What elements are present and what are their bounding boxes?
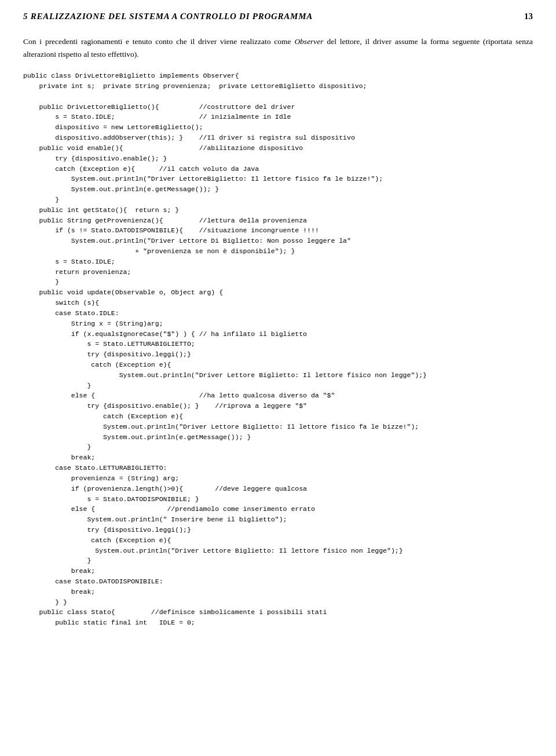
page-number: 13 bbox=[524, 12, 533, 21]
code-block: public class DrivLettoreBiglietto implem… bbox=[23, 71, 533, 628]
chapter-title: 5 REALIZZAZIONE DEL SISTEMA A CONTROLLO … bbox=[23, 12, 313, 21]
intro-paragraph: Con i precedenti ragionamenti e tenuto c… bbox=[23, 35, 533, 60]
